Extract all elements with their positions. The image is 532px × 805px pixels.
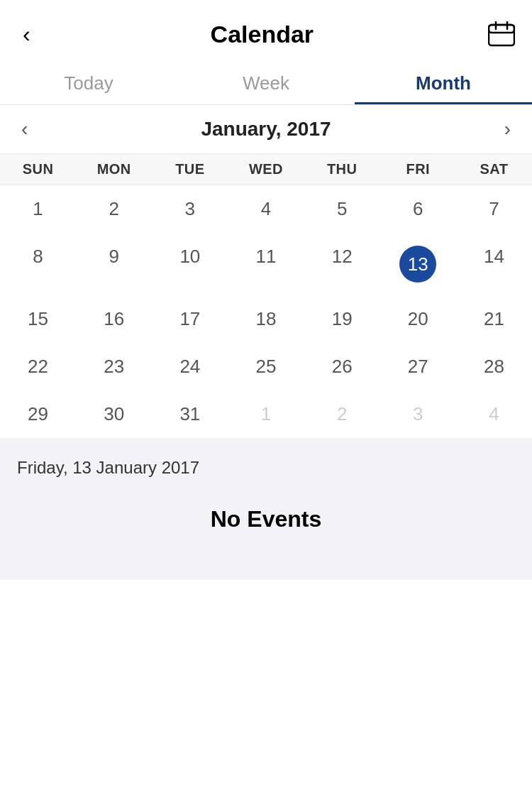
day-number: 12 [332, 246, 353, 268]
day-number: 23 [104, 356, 124, 378]
prev-month-button[interactable]: ‹ [14, 115, 35, 143]
today-circle: 13 [399, 246, 436, 283]
no-events-label: No Events [17, 506, 515, 532]
calendar-day[interactable]: 1 [228, 390, 304, 438]
calendar-icon [488, 21, 515, 47]
calendar-day[interactable]: 5 [304, 185, 380, 233]
calendar-day[interactable]: 2 [304, 390, 380, 438]
calendar-icon-button[interactable] [488, 21, 515, 47]
next-month-button[interactable]: › [497, 115, 518, 143]
day-header-sat: SAT [456, 161, 532, 177]
day-number: 1 [33, 198, 43, 220]
calendar-day[interactable]: 17 [152, 295, 228, 343]
day-number: 27 [408, 356, 428, 378]
day-header-mon: MON [76, 161, 152, 177]
day-number: 8 [33, 246, 43, 268]
calendar-day[interactable]: 27 [380, 343, 456, 390]
calendar-day[interactable]: 31 [152, 390, 228, 438]
day-number: 4 [489, 403, 499, 425]
day-number: 20 [408, 308, 428, 330]
day-number: 11 [256, 246, 277, 268]
day-number: 6 [413, 198, 423, 220]
calendar-day[interactable]: 10 [152, 233, 228, 295]
day-number: 29 [28, 403, 48, 425]
calendar-day[interactable]: 18 [228, 295, 304, 343]
calendar-day[interactable]: 24 [152, 343, 228, 390]
day-number: 14 [484, 246, 504, 268]
calendar-day[interactable]: 20 [380, 295, 456, 343]
day-number: 1 [261, 403, 271, 425]
page-title: Calendar [211, 21, 314, 48]
day-number: 31 [179, 403, 200, 425]
day-number: 17 [179, 308, 200, 330]
tab-bar: Today Week Month [0, 62, 532, 105]
day-number: 5 [337, 198, 347, 220]
back-button[interactable]: ‹ [17, 20, 36, 48]
calendar-day[interactable]: 16 [76, 295, 152, 343]
calendar-day[interactable]: 21 [456, 295, 532, 343]
day-header-sun: SUN [0, 161, 76, 177]
day-number: 26 [332, 356, 353, 378]
calendar-day[interactable]: 3 [380, 390, 456, 438]
calendar-day[interactable]: 4 [456, 390, 532, 438]
day-number: 10 [179, 246, 200, 268]
calendar-day[interactable]: 28 [456, 343, 532, 390]
day-number: 30 [104, 403, 124, 425]
day-number: 18 [256, 308, 277, 330]
tab-today[interactable]: Today [0, 62, 177, 104]
calendar-day[interactable]: 30 [76, 390, 152, 438]
svg-rect-1 [489, 25, 514, 33]
event-section: Friday, 13 January 2017 No Events [0, 438, 532, 580]
app-header: ‹ Calendar [0, 0, 532, 62]
day-number: 22 [28, 356, 48, 378]
day-number: 19 [332, 308, 353, 330]
day-number: 28 [484, 356, 504, 378]
tab-week[interactable]: Week [177, 62, 355, 104]
calendar-day[interactable]: 29 [0, 390, 76, 438]
calendar-grid: 1234567891011121314151617181920212223242… [0, 185, 532, 438]
day-number: 3 [413, 403, 423, 425]
calendar-day[interactable]: 15 [0, 295, 76, 343]
calendar-day[interactable]: 26 [304, 343, 380, 390]
day-number: 2 [109, 198, 118, 220]
day-header-thu: THU [304, 161, 380, 177]
month-title: January, 2017 [35, 118, 497, 141]
calendar-day[interactable]: 2 [76, 185, 152, 233]
calendar-day[interactable]: 19 [304, 295, 380, 343]
day-number: 2 [337, 403, 347, 425]
day-header-tue: TUE [152, 161, 228, 177]
day-header-fri: FRI [380, 161, 456, 177]
day-headers-row: SUNMONTUEWEDTHUFRISAT [0, 154, 532, 185]
tab-month[interactable]: Month [355, 62, 532, 104]
calendar-day[interactable]: 11 [228, 233, 304, 295]
calendar-day[interactable]: 1 [0, 185, 76, 233]
calendar-day[interactable]: 3 [152, 185, 228, 233]
calendar-day[interactable]: 12 [304, 233, 380, 295]
selected-date-label: Friday, 13 January 2017 [17, 458, 515, 478]
calendar-day[interactable]: 14 [456, 233, 532, 295]
calendar-day[interactable]: 7 [456, 185, 532, 233]
calendar-day[interactable]: 9 [76, 233, 152, 295]
day-number: 25 [256, 356, 277, 378]
day-number: 4 [261, 198, 271, 220]
svg-rect-0 [489, 25, 514, 45]
day-number: 7 [489, 198, 499, 220]
day-number: 15 [28, 308, 48, 330]
calendar-day[interactable]: 13 [380, 233, 456, 295]
month-navigation: ‹ January, 2017 › [0, 105, 532, 154]
calendar-day[interactable]: 4 [228, 185, 304, 233]
calendar-day[interactable]: 8 [0, 233, 76, 295]
calendar-day[interactable]: 25 [228, 343, 304, 390]
day-header-wed: WED [228, 161, 304, 177]
calendar-day[interactable]: 22 [0, 343, 76, 390]
day-number: 16 [104, 308, 124, 330]
day-number: 24 [179, 356, 200, 378]
day-number: 21 [484, 308, 504, 330]
calendar-day[interactable]: 6 [380, 185, 456, 233]
day-number: 3 [185, 198, 195, 220]
day-number: 9 [109, 246, 118, 268]
calendar-day[interactable]: 23 [76, 343, 152, 390]
